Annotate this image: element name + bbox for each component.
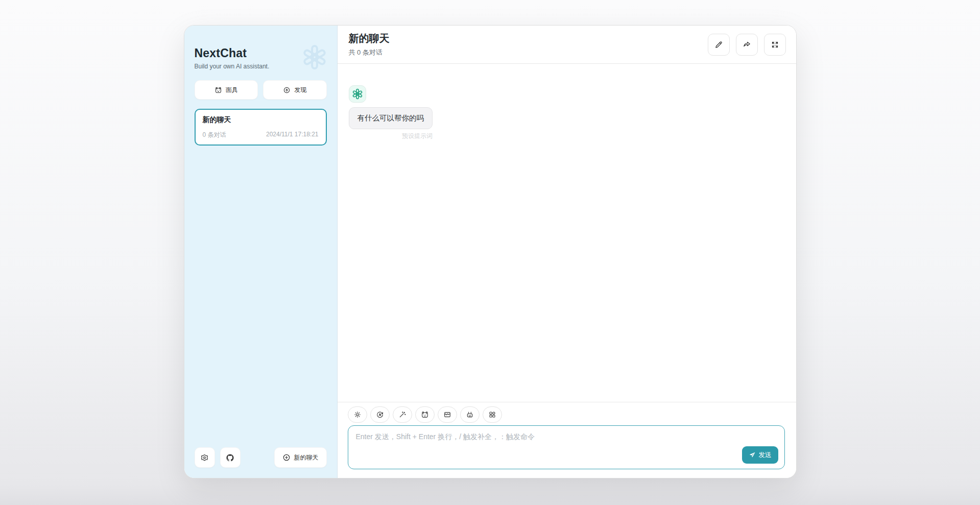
new-chat-button-label: 新的聊天	[294, 453, 319, 462]
preset-prompt-hint: 预设提示词	[402, 132, 433, 140]
grid-icon	[488, 411, 496, 419]
chat-input[interactable]	[348, 425, 785, 469]
composer-toolbar	[348, 406, 785, 423]
composer: 发送	[338, 402, 796, 478]
model-select-button[interactable]	[460, 406, 480, 423]
settings-button[interactable]	[195, 447, 215, 468]
assistant-message: 有什么可以帮你的吗 预设提示词	[349, 85, 433, 140]
discover-button-label: 发现	[294, 86, 306, 94]
fullscreen-icon	[771, 40, 779, 49]
app-window: NextChat Build your own AI assistant. 面具	[184, 25, 797, 478]
plugins-button[interactable]	[483, 406, 502, 423]
fullscreen-button[interactable]	[764, 34, 786, 56]
gear-icon	[353, 411, 362, 419]
chat-item-title: 新的聊天	[203, 115, 319, 125]
github-button[interactable]	[220, 447, 241, 468]
chat-panel: 新的聊天 共 0 条对话	[338, 26, 796, 478]
discover-button[interactable]: 发现	[263, 80, 327, 100]
settings-icon	[200, 453, 209, 462]
prompt-wand-button[interactable]	[393, 406, 412, 423]
chat-title: 新的聊天	[349, 32, 390, 45]
share-icon	[743, 40, 751, 49]
send-button[interactable]: 发送	[742, 446, 778, 464]
paper-plane-icon	[749, 451, 756, 459]
chat-header: 新的聊天 共 0 条对话	[338, 26, 796, 64]
magic-wand-icon	[398, 411, 407, 419]
openai-logo-icon	[351, 88, 364, 100]
pencil-icon	[714, 40, 723, 49]
chat-item-date: 2024/11/1 17:18:21	[266, 131, 319, 139]
rename-button[interactable]	[708, 34, 730, 56]
chat-list: 新的聊天 0 条对话 2024/11/1 17:18:21	[195, 109, 327, 146]
chat-item-count: 0 条对话	[203, 131, 226, 139]
theme-auto-button[interactable]	[370, 406, 390, 423]
nextchat-watermark-logo-icon	[300, 43, 329, 71]
mask-button-label: 面具	[226, 86, 238, 94]
robot-icon	[466, 411, 474, 419]
github-icon	[226, 453, 234, 462]
sidebar-footer: 新的聊天	[195, 447, 327, 468]
chat-message-count: 共 0 条对话	[349, 48, 390, 57]
assistant-avatar	[349, 85, 366, 103]
message-list: 有什么可以帮你的吗 预设提示词	[338, 64, 796, 402]
plus-circle-icon	[282, 453, 291, 462]
masks-button[interactable]	[415, 406, 435, 423]
clear-context-icon	[443, 411, 451, 419]
chat-settings-button[interactable]	[348, 406, 367, 423]
clear-context-button[interactable]	[438, 406, 457, 423]
sidebar: NextChat Build your own AI assistant. 面具	[184, 26, 338, 478]
mask-button[interactable]: 面具	[195, 80, 258, 100]
send-button-label: 发送	[759, 451, 772, 460]
share-button[interactable]	[736, 34, 758, 56]
new-chat-button[interactable]: 新的聊天	[274, 447, 327, 468]
assistant-message-bubble[interactable]: 有什么可以帮你的吗	[349, 107, 433, 129]
theme-auto-icon	[376, 411, 384, 419]
mask-icon	[214, 86, 222, 94]
mask-icon	[421, 411, 429, 419]
discover-icon	[283, 86, 291, 94]
chat-list-item-selected[interactable]: 新的聊天 0 条对话 2024/11/1 17:18:21	[195, 109, 327, 146]
